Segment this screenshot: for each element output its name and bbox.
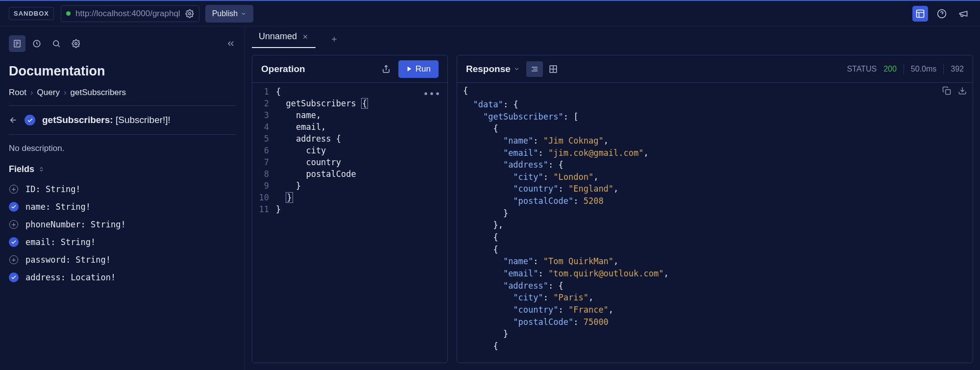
- field-name: name:: [25, 202, 50, 212]
- field-row[interactable]: ID: String!: [9, 180, 236, 198]
- publish-label: Publish: [212, 9, 238, 18]
- svg-point-8: [53, 41, 59, 46]
- tab-unnamed[interactable]: Unnamed: [252, 26, 316, 48]
- field-name: address:: [25, 272, 66, 282]
- run-label: Run: [416, 64, 431, 74]
- svg-rect-1: [917, 10, 924, 17]
- settings-icon[interactable]: [68, 35, 84, 52]
- status-dot-icon: [66, 11, 71, 16]
- field-row[interactable]: email: String!: [9, 233, 236, 251]
- svg-rect-24: [946, 90, 951, 95]
- play-icon: [406, 66, 413, 72]
- breadcrumb-separator-icon: ›: [64, 88, 67, 98]
- help-icon[interactable]: [934, 6, 950, 22]
- field-type[interactable]: String!: [41, 184, 81, 194]
- history-icon[interactable]: [28, 35, 45, 52]
- operation-editor[interactable]: ••• 1{2 getSubscribers {3 name,4 email,5…: [252, 83, 447, 363]
- field-selected-icon[interactable]: [9, 272, 19, 282]
- view-table-icon[interactable]: [545, 61, 562, 77]
- view-json-icon[interactable]: [526, 61, 543, 77]
- chevron-down-icon: [241, 11, 246, 17]
- selected-check-icon[interactable]: [24, 115, 35, 125]
- field-add-icon[interactable]: [9, 184, 19, 194]
- close-tab-icon[interactable]: [302, 33, 309, 40]
- field-add-icon[interactable]: [9, 220, 19, 229]
- svg-point-10: [75, 43, 77, 45]
- back-arrow-icon[interactable]: [9, 116, 18, 124]
- documentation-title: Documentation: [9, 64, 236, 79]
- field-selected-icon[interactable]: [9, 202, 19, 212]
- field-row[interactable]: password: String!: [9, 251, 236, 269]
- sort-icon[interactable]: [38, 166, 45, 173]
- endpoint-settings-icon[interactable]: [185, 9, 194, 18]
- field-row[interactable]: address: Location!: [9, 269, 236, 286]
- field-selected-icon[interactable]: [9, 237, 19, 247]
- breadcrumb-separator-icon: ›: [30, 88, 33, 98]
- field-name: password:: [25, 255, 71, 265]
- copy-response-icon[interactable]: [942, 86, 951, 95]
- add-tab-icon[interactable]: [325, 30, 343, 48]
- run-button[interactable]: Run: [398, 60, 439, 78]
- response-title: Response: [466, 64, 511, 74]
- field-type[interactable]: String!: [71, 255, 111, 265]
- field-type[interactable]: String!: [86, 220, 126, 229]
- operation-title: Operation: [261, 64, 305, 74]
- fields-label: Fields: [9, 164, 34, 174]
- field-row[interactable]: name: String!: [9, 198, 236, 216]
- topbar: SANDBOX http://localhost:4000/graphql Pu…: [0, 0, 980, 26]
- sandbox-badge: SANDBOX: [9, 7, 54, 20]
- field-name: email:: [25, 237, 55, 247]
- publish-button[interactable]: Publish: [205, 5, 253, 23]
- status-code: 200: [883, 65, 897, 74]
- tab-label: Unnamed: [259, 31, 297, 42]
- status-label: STATUS: [847, 65, 877, 74]
- field-name: phoneNumber:: [25, 220, 86, 229]
- return-type[interactable]: [Subscriber!]!: [116, 115, 171, 125]
- documentation-sidebar: Documentation Root › Query › getSubscrib…: [0, 26, 245, 370]
- announcement-icon[interactable]: [956, 6, 971, 22]
- type-heading: getSubscribers: [Subscriber!]!: [9, 106, 236, 135]
- breadcrumb-root[interactable]: Root: [9, 88, 26, 98]
- breadcrumb-current: getSubscribers: [71, 88, 126, 98]
- download-response-icon[interactable]: [958, 86, 967, 95]
- more-options-icon[interactable]: •••: [423, 88, 441, 99]
- response-root-brace: {: [463, 86, 468, 96]
- field-row[interactable]: phoneNumber: String!: [9, 216, 236, 233]
- share-icon[interactable]: [379, 62, 393, 76]
- svg-point-0: [188, 12, 191, 15]
- breadcrumb: Root › Query › getSubscribers: [9, 88, 236, 106]
- fields-heading: Fields: [9, 164, 236, 174]
- tab-bar: Unnamed: [245, 26, 980, 48]
- svg-marker-17: [408, 67, 412, 72]
- chevron-down-icon[interactable]: [514, 66, 520, 72]
- response-body[interactable]: "data": { "getSubscribers": [ { "name": …: [457, 99, 973, 363]
- no-description-text: No description.: [9, 144, 236, 153]
- explorer-icon[interactable]: [912, 6, 928, 22]
- field-type[interactable]: String!: [50, 202, 91, 212]
- operation-panel: Operation Run ••• 1{2 getSubscribers {3 …: [252, 55, 448, 363]
- endpoint-url: http://localhost:4000/graphql: [75, 9, 180, 19]
- search-icon[interactable]: [48, 35, 65, 52]
- breadcrumb-query[interactable]: Query: [37, 88, 60, 98]
- operation-name: getSubscribers:: [42, 115, 113, 125]
- docs-tab-icon[interactable]: [9, 35, 25, 52]
- field-type[interactable]: Location!: [66, 272, 116, 282]
- collapse-sidebar-icon[interactable]: [226, 39, 236, 49]
- svg-line-9: [58, 45, 59, 47]
- response-time: 50.0ms: [911, 65, 936, 74]
- endpoint-input[interactable]: http://localhost:4000/graphql: [61, 5, 199, 22]
- field-type[interactable]: String!: [55, 237, 96, 247]
- response-size: 392: [951, 65, 964, 74]
- field-name: ID:: [25, 184, 41, 194]
- response-panel: Response STATUS 200 50.0m: [457, 55, 973, 363]
- field-add-icon[interactable]: [9, 255, 19, 265]
